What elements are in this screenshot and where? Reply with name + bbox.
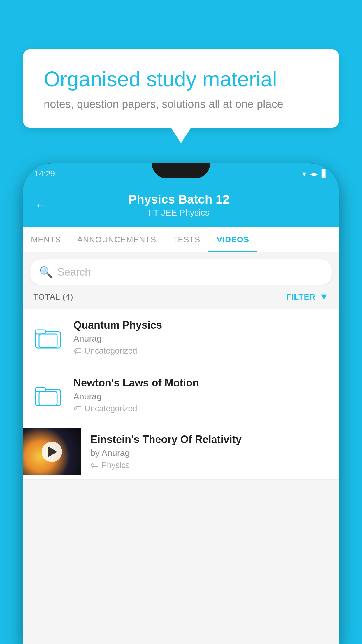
tag-label: Uncategorized (85, 404, 137, 413)
video-title: Einstein's Theory Of Relativity (90, 433, 330, 446)
video-tag: 🏷 Physics (90, 460, 330, 470)
back-button[interactable]: ← (34, 197, 48, 213)
video-info: Quantum Physics Anurag 🏷 Uncategorized (73, 319, 330, 356)
header-tags: IIT JEE Physics (57, 208, 301, 218)
filter-icon: ▼ (319, 291, 329, 302)
signal-icon: ◂▸ (310, 169, 318, 178)
status-bar: 14:29 ▾ ◂▸ ▋ (23, 163, 339, 184)
folder-icon-wrap (32, 321, 64, 354)
folder-svg (35, 326, 61, 349)
tab-announcements[interactable]: ANNOUNCEMENTS (69, 227, 164, 252)
phone-frame: 14:29 ▾ ◂▸ ▋ ← Physics Batch 12 IIT JEE … (23, 163, 339, 644)
svg-rect-4 (36, 388, 45, 392)
video-thumbnail (23, 428, 81, 475)
tag-label: Uncategorized (85, 346, 137, 356)
filter-button[interactable]: FILTER ▼ (286, 291, 329, 302)
status-time: 14:29 (34, 169, 55, 178)
wifi-icon: ▾ (302, 169, 306, 178)
bubble-title: Organised study material (44, 66, 318, 92)
video-author: Anurag (73, 391, 330, 401)
app-header: ← Physics Batch 12 IIT JEE Physics (23, 184, 339, 227)
video-info: Newton's Laws of Motion Anurag 🏷 Uncateg… (73, 377, 330, 413)
status-icons: ▾ ◂▸ ▋ (302, 169, 328, 178)
total-count: TOTAL (4) (33, 292, 73, 302)
video-tag: 🏷 Uncategorized (73, 404, 330, 413)
video-author: Anurag (73, 334, 330, 344)
search-bar[interactable]: 🔍 Search (30, 259, 332, 285)
list-item[interactable]: Newton's Laws of Motion Anurag 🏷 Uncateg… (23, 366, 339, 424)
tag-icon: 🏷 (73, 404, 82, 413)
filter-label: FILTER (286, 292, 316, 302)
video-author: by Anurag (90, 448, 330, 458)
battery-icon: ▋ (322, 169, 328, 178)
speech-bubble: Organised study material notes, question… (23, 49, 339, 128)
video-info: Einstein's Theory Of Relativity by Anura… (90, 424, 330, 479)
folder-icon-wrap (32, 379, 64, 411)
list-item[interactable]: Einstein's Theory Of Relativity by Anura… (23, 424, 339, 480)
list-item[interactable]: Quantum Physics Anurag 🏷 Uncategorized (23, 309, 339, 366)
svg-rect-2 (39, 334, 57, 347)
svg-rect-5 (39, 392, 57, 405)
tag-icon: 🏷 (90, 460, 99, 470)
header-title: Physics Batch 12 (57, 192, 301, 206)
play-button[interactable] (42, 442, 62, 462)
search-input[interactable]: Search (57, 266, 91, 278)
tab-tests[interactable]: TESTS (164, 227, 208, 252)
search-icon: 🔍 (39, 266, 53, 279)
tag-icon: 🏷 (73, 346, 82, 356)
filter-bar: TOTAL (4) FILTER ▼ (23, 285, 339, 309)
tag-label: Physics (101, 461, 129, 470)
screen-content: 🔍 Search TOTAL (4) FILTER ▼ Quantum Phys… (23, 252, 339, 644)
tab-videos[interactable]: VIDEOS (208, 227, 257, 252)
play-icon (48, 447, 57, 457)
bubble-subtitle: notes, question papers, solutions all at… (44, 98, 318, 111)
header-center: Physics Batch 12 IIT JEE Physics (57, 192, 301, 218)
tab-ments[interactable]: MENTS (23, 227, 69, 252)
svg-rect-1 (36, 330, 45, 334)
video-tag: 🏷 Uncategorized (73, 346, 330, 356)
tabs-container: MENTS ANNOUNCEMENTS TESTS VIDEOS (23, 227, 339, 252)
folder-svg (35, 384, 61, 407)
video-title: Newton's Laws of Motion (73, 377, 330, 389)
video-title: Quantum Physics (73, 319, 330, 331)
